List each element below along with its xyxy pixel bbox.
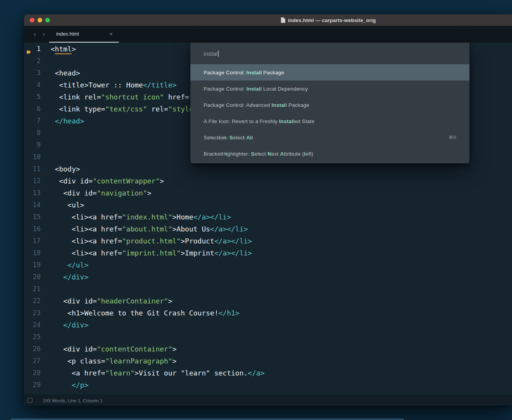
- code-line[interactable]: 16 <li><a href="about.html">About Us</a>…: [24, 223, 512, 235]
- line-number: 16: [24, 223, 44, 235]
- line-number: 26: [24, 343, 44, 355]
- line-number: 22: [24, 295, 44, 307]
- palette-item[interactable]: BracketHighlighter: Select Next Attribut…: [190, 146, 469, 162]
- palette-item-label: Package Control: Install Package: [204, 70, 284, 75]
- palette-item[interactable]: Selection: Select All⌘A: [190, 129, 469, 146]
- code-text: <li><a href="product.html">Product</a></…: [44, 235, 252, 247]
- code-text: <head>: [44, 67, 80, 79]
- code-line[interactable]: 20 </div>: [24, 271, 512, 283]
- line-number: 11: [24, 163, 44, 175]
- line-number: 8: [24, 127, 44, 139]
- line-number: 5: [24, 91, 44, 103]
- code-text: <a href="learn">Visit our "learn" sectio…: [44, 367, 265, 379]
- palette-item[interactable]: A File Icon: Revert to a Freshly Install…: [190, 113, 469, 129]
- traffic-lights: [30, 18, 50, 22]
- palette-item-label: BracketHighlighter: Select Next Attribut…: [204, 151, 313, 157]
- window-title-group: index.html — carparts-website_orig: [281, 14, 376, 26]
- code-text: [44, 331, 51, 343]
- line-number: 18: [24, 247, 44, 259]
- code-line[interactable]: 28 <a href="learn">Visit our "learn" sec…: [24, 367, 512, 379]
- desktop-accent-strip: [11, 418, 404, 420]
- code-line[interactable]: 17 <li><a href="product.html">Product</a…: [24, 235, 512, 247]
- palette-query-text: instal: [204, 50, 218, 57]
- code-line[interactable]: 27 <p class="learnParagraph">: [24, 355, 512, 367]
- close-window-button[interactable]: [30, 18, 34, 22]
- line-number: 3: [24, 67, 44, 79]
- line-number: 23: [24, 307, 44, 319]
- line-number: 12: [24, 175, 44, 187]
- code-line[interactable]: 22 <div id="headerContainer">: [24, 295, 512, 307]
- line-number: 10: [24, 151, 44, 163]
- desktop: { "window": { "title": "index.html — car…: [0, 0, 512, 420]
- code-line[interactable]: 15 <li><a href="index.html">Home</a></li…: [24, 211, 512, 223]
- title-bar[interactable]: index.html — carparts-website_orig: [24, 14, 512, 26]
- code-line[interactable]: 19 </ul>: [24, 259, 512, 271]
- code-text: [44, 55, 51, 67]
- window-title: index.html — carparts-website_orig: [288, 17, 376, 23]
- code-text: </head>: [44, 115, 84, 127]
- code-text: <div id="contentContainer">: [44, 343, 176, 355]
- line-number: 24: [24, 319, 44, 331]
- code-text: </div>: [44, 319, 89, 331]
- code-line[interactable]: 23 <h1>Welcome to the Git Crash Course!<…: [24, 307, 512, 319]
- code-text: <div id="headerContainer">: [44, 295, 172, 307]
- code-text: <li><a href="index.html">Home</a></li>: [44, 211, 231, 223]
- line-number: 2: [24, 55, 44, 67]
- forward-arrow-icon[interactable]: ›: [43, 31, 46, 38]
- line-number: 17: [24, 235, 44, 247]
- code-text: <div id="contentWrapper">: [44, 175, 164, 187]
- minimize-window-button[interactable]: [38, 18, 42, 22]
- code-line[interactable]: 26 <div id="contentContainer">: [24, 343, 512, 355]
- code-text: <div id="navigation">: [44, 187, 151, 199]
- tab-nav-arrows: ‹ ›: [24, 26, 45, 43]
- code-text: <link rel="shortcut icon" href="im: [44, 91, 202, 103]
- code-text: [44, 283, 51, 295]
- text-caret: [218, 50, 219, 57]
- sublime-text-window: index.html — carparts-website_orig ‹ › i…: [24, 14, 512, 406]
- status-bar: 193 Words, Line 1, Column 1: [24, 395, 512, 406]
- palette-item-label: A File Icon: Revert to a Freshly Install…: [204, 118, 314, 124]
- code-line[interactable]: 21: [24, 283, 512, 295]
- status-text: 193 Words, Line 1, Column 1: [43, 398, 103, 403]
- line-number: 21: [24, 283, 44, 295]
- line-number: 15: [24, 211, 44, 223]
- code-text: <link type="text/css" rel="stylesh: [44, 103, 202, 115]
- code-line[interactable]: 13 <div id="navigation">: [24, 187, 512, 199]
- code-text: <ul>: [44, 199, 84, 211]
- line-number: 29: [24, 379, 44, 391]
- line-number: 4: [24, 79, 44, 91]
- palette-item-label: Package Control: Install Local Dependenc…: [204, 86, 308, 92]
- code-text: <p class="learnParagraph">: [44, 355, 176, 367]
- code-line[interactable]: 11 <body>: [24, 163, 512, 175]
- code-text: </div>: [44, 271, 89, 283]
- line-number: 20: [24, 271, 44, 283]
- code-line[interactable]: 29 </p>: [24, 379, 512, 391]
- palette-item-label: Selection: Select All: [204, 135, 253, 141]
- line-number: 6: [24, 103, 44, 115]
- code-text: </ul>: [44, 259, 89, 271]
- tab-close-icon[interactable]: ×: [110, 31, 113, 37]
- line-number: 14: [24, 199, 44, 211]
- code-line[interactable]: 24 </div>: [24, 319, 512, 331]
- line-number: 7: [24, 115, 44, 127]
- code-line[interactable]: 25: [24, 331, 512, 343]
- panel-toggle-icon[interactable]: [27, 398, 33, 403]
- line-number: 27: [24, 355, 44, 367]
- code-text: <body>: [44, 163, 80, 175]
- palette-item[interactable]: Package Control: Install Local Dependenc…: [190, 81, 469, 97]
- line-number: 19: [24, 259, 44, 271]
- code-line[interactable]: 14 <ul>: [24, 199, 512, 211]
- code-text: <li><a href="about.html">About Us</a></l…: [44, 223, 248, 235]
- code-text: </p>: [44, 379, 89, 391]
- code-line[interactable]: 12 <div id="contentWrapper">: [24, 175, 512, 187]
- bookmark-icon: [26, 46, 31, 51]
- command-palette: instal Package Control: Install PackageP…: [190, 43, 469, 163]
- line-number: 9: [24, 139, 44, 151]
- palette-item[interactable]: Package Control: Advanced Install Packag…: [190, 97, 469, 113]
- palette-input[interactable]: instal: [190, 43, 469, 64]
- zoom-window-button[interactable]: [45, 18, 50, 22]
- back-arrow-icon[interactable]: ‹: [33, 31, 36, 38]
- code-line[interactable]: 18 <li><a href="imprint.html">Imprint</a…: [24, 247, 512, 259]
- tab-index-html[interactable]: index.html ×: [49, 26, 119, 43]
- palette-item[interactable]: Package Control: Install Package: [190, 64, 469, 81]
